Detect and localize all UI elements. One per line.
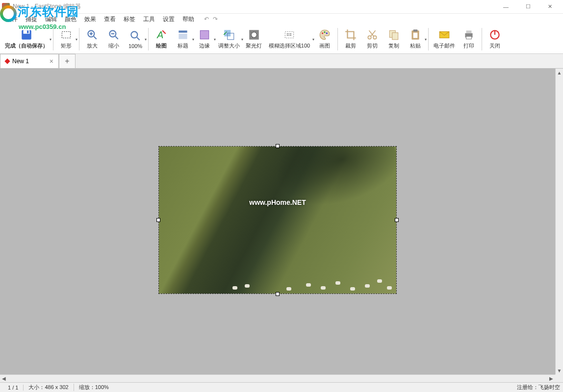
spotlight-button[interactable]: 聚光灯: [243, 27, 265, 50]
svg-point-27: [322, 32, 323, 34]
palette-icon: [318, 28, 331, 41]
close-window-button[interactable]: ✕: [539, 0, 561, 14]
svg-rect-38: [413, 33, 418, 38]
close-button[interactable]: 关闭: [484, 27, 506, 50]
scroll-corner: [555, 374, 563, 382]
new-tab-button[interactable]: +: [59, 54, 76, 68]
vertical-scrollbar[interactable]: ▲ ▼: [555, 69, 563, 374]
redo-button[interactable]: ↷: [213, 16, 218, 23]
maximize-button[interactable]: ☐: [517, 0, 539, 14]
image-selection[interactable]: www.pHome.NET: [158, 146, 397, 294]
unsaved-indicator-icon: [4, 58, 10, 64]
zoom-in-button[interactable]: 放大: [81, 27, 103, 50]
title-button[interactable]: ▾ 标题: [172, 27, 194, 50]
tab-label: New 1: [12, 58, 46, 65]
title-bar: New 1 - FastStone 编辑器 — ☐ ✕: [0, 0, 563, 14]
paste-icon: [409, 28, 422, 41]
canvas-area[interactable]: www.pHome.NET ◀ ▶ ▲ ▼: [0, 69, 563, 382]
menu-effect[interactable]: 效果: [80, 14, 100, 24]
toolbar: ▾ 完成（自动保存） ▾ 矩形 放大 缩小 ▾ 100% A 绘图 ▾ 标题 ▾…: [0, 24, 563, 54]
scissors-icon: [366, 28, 379, 41]
zoom-out-button[interactable]: 缩小: [103, 27, 125, 50]
copy-button[interactable]: 复制: [383, 27, 405, 50]
svg-rect-26: [289, 35, 291, 36]
menu-tools[interactable]: 工具: [139, 14, 159, 24]
print-button[interactable]: 打印: [458, 27, 480, 50]
tab-close-button[interactable]: ×: [49, 57, 54, 65]
svg-rect-2: [27, 30, 28, 33]
minimize-button[interactable]: —: [495, 0, 517, 14]
blur-button[interactable]: ▾ 模糊选择区域100: [265, 27, 314, 50]
zoom-100-icon: [129, 29, 142, 42]
rectangle-icon: [60, 28, 73, 41]
menu-settings[interactable]: 设置: [159, 14, 179, 24]
scroll-right-icon[interactable]: ▶: [547, 375, 555, 383]
app-icon: [2, 3, 10, 11]
svg-line-5: [94, 36, 96, 39]
scroll-down-icon[interactable]: ▼: [556, 367, 563, 374]
svg-line-9: [115, 36, 118, 39]
svg-point-28: [324, 31, 325, 33]
svg-rect-17: [200, 30, 208, 39]
status-page: 1 / 1: [3, 385, 24, 391]
svg-rect-15: [179, 30, 187, 32]
title-icon: [177, 28, 189, 41]
power-icon: [488, 28, 501, 41]
svg-rect-42: [466, 36, 472, 39]
zoom-100-button[interactable]: ▾ 100%: [125, 28, 146, 50]
svg-rect-1: [24, 30, 30, 34]
window-title: New 1 - FastStone 编辑器: [13, 2, 495, 11]
menu-view[interactable]: 查看: [100, 14, 120, 24]
status-registered: 注册给：飞扬时空: [517, 384, 560, 391]
resize-icon: [223, 28, 235, 41]
print-icon: [462, 28, 475, 41]
edge-button[interactable]: ▾ 边缘: [194, 27, 215, 50]
menu-bar: 文件 捕捉 编辑 颜色 效果 查看 标签 工具 设置 帮助 ↶ ↷: [0, 14, 563, 24]
resize-handle-e[interactable]: [395, 218, 399, 222]
menu-edit[interactable]: 编辑: [41, 14, 61, 24]
zoom-out-icon: [107, 28, 120, 41]
resize-handle-w[interactable]: [156, 218, 160, 222]
scroll-up-icon[interactable]: ▲: [556, 69, 563, 76]
status-bar: 1 / 1 大小：486 x 302 缩放：100% 注册给：飞扬时空: [0, 382, 563, 392]
resize-handle-n[interactable]: [276, 144, 280, 148]
undo-button[interactable]: ↶: [204, 16, 209, 23]
menu-file[interactable]: 文件: [2, 14, 22, 24]
menu-color[interactable]: 颜色: [61, 14, 80, 24]
menu-help[interactable]: 帮助: [179, 14, 198, 24]
svg-rect-35: [392, 33, 398, 40]
svg-rect-41: [466, 30, 472, 33]
svg-line-12: [137, 37, 139, 40]
save-icon: [20, 28, 33, 41]
email-button[interactable]: 电子邮件: [431, 27, 458, 50]
menu-capture[interactable]: 捕捉: [22, 14, 41, 24]
draw-button[interactable]: A 绘图: [151, 27, 172, 50]
rectangle-button[interactable]: ▾ 矩形: [55, 27, 77, 50]
menu-tags[interactable]: 标签: [120, 14, 139, 24]
cut-button[interactable]: 剪切: [361, 27, 383, 50]
scroll-left-icon[interactable]: ◀: [0, 375, 8, 383]
tab-new1[interactable]: New 1 ×: [0, 54, 59, 68]
image-content: www.pHome.NET: [159, 147, 396, 294]
edge-icon: [198, 28, 211, 41]
crop-button[interactable]: 裁剪: [340, 27, 361, 50]
svg-rect-23: [287, 33, 289, 34]
status-size: 大小：486 x 302: [24, 384, 74, 391]
paste-button[interactable]: ▾ 粘贴: [405, 27, 426, 50]
svg-rect-24: [289, 33, 291, 34]
svg-rect-3: [62, 32, 70, 38]
email-icon: [438, 28, 451, 41]
done-button[interactable]: ▾ 完成（自动保存）: [2, 27, 51, 50]
spotlight-icon: [248, 28, 260, 41]
image-watermark: www.pHome.NET: [249, 198, 306, 206]
paint-button[interactable]: 画图: [314, 27, 335, 50]
resize-handle-s[interactable]: [276, 292, 280, 296]
horizontal-scrollbar[interactable]: ◀ ▶: [0, 374, 555, 382]
copy-icon: [387, 28, 400, 41]
tab-bar: New 1 × +: [0, 54, 563, 69]
blur-icon: [283, 28, 296, 41]
status-zoom: 缩放：100%: [74, 384, 114, 391]
resize-button[interactable]: ▾ 调整大小: [215, 27, 243, 50]
draw-icon: A: [155, 28, 168, 41]
zoom-in-icon: [86, 28, 99, 41]
